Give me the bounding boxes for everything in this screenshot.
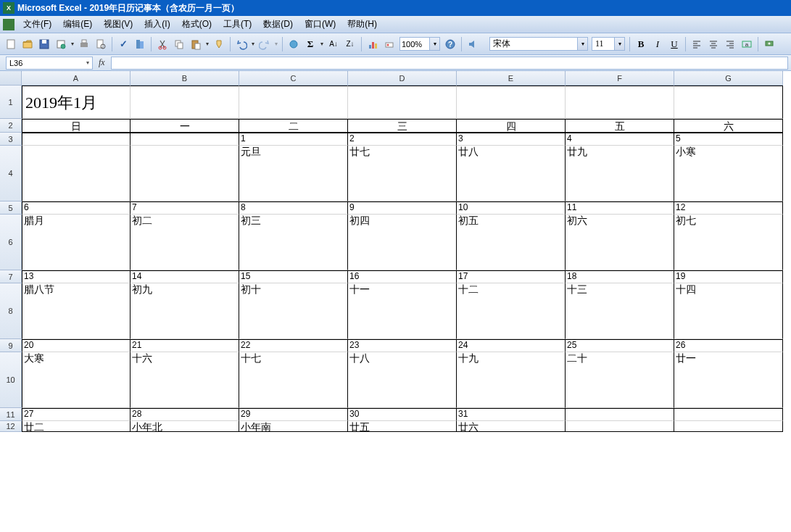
day-lunar[interactable]: 十三 xyxy=(566,283,674,339)
col-header-E[interactable]: E xyxy=(457,71,566,86)
font-size-input[interactable] xyxy=(592,38,614,49)
day-lunar[interactable]: 二十 xyxy=(566,352,674,408)
align-right-button[interactable] xyxy=(722,36,738,52)
day-lunar[interactable]: 十八 xyxy=(348,352,457,408)
menu-help[interactable]: 帮助(H) xyxy=(341,17,383,32)
day-lunar[interactable]: 初九 xyxy=(131,283,239,339)
menu-format[interactable]: 格式(O) xyxy=(176,17,218,32)
autosum-button[interactable]: Σ xyxy=(302,36,318,52)
row-header-8[interactable]: 8 xyxy=(0,283,22,339)
menu-tools[interactable]: 工具(T) xyxy=(218,17,257,32)
day-lunar[interactable]: 大寒 xyxy=(22,352,131,408)
day-lunar[interactable]: 小寒 xyxy=(674,146,783,201)
sort-desc-button[interactable]: Z↓ xyxy=(342,36,358,52)
col-header-A[interactable]: A xyxy=(22,71,131,86)
cell[interactable] xyxy=(131,86,239,119)
day-lunar[interactable]: 十六 xyxy=(131,352,239,408)
autosum-dd[interactable]: ▾ xyxy=(319,41,325,47)
select-all-corner[interactable] xyxy=(0,71,22,86)
drawing-button[interactable] xyxy=(381,36,397,52)
row-header-7[interactable]: 7 xyxy=(0,270,22,283)
day-lunar[interactable]: 初六 xyxy=(566,215,674,270)
day-lunar[interactable]: 腊月 xyxy=(22,215,131,270)
row-header-11[interactable]: 11 xyxy=(0,408,22,421)
merge-center-button[interactable]: a xyxy=(739,36,755,52)
cell[interactable] xyxy=(239,86,348,119)
currency-button[interactable] xyxy=(761,36,777,52)
zoom-input[interactable] xyxy=(400,40,429,49)
permission-button[interactable] xyxy=(53,36,69,52)
row-header-5[interactable]: 5 xyxy=(0,201,22,215)
redo-dd[interactable]: ▾ xyxy=(273,41,279,47)
day-lunar[interactable]: 廿九 xyxy=(566,146,674,201)
formula-bar[interactable] xyxy=(111,57,788,70)
format-painter-button[interactable] xyxy=(211,36,227,52)
grid[interactable]: ABCDEFG12019年1月2日一二三四五六3123454元旦廿七廿八廿九小寒… xyxy=(0,71,791,432)
align-left-button[interactable] xyxy=(689,36,705,52)
font-name-dd[interactable]: ▾ xyxy=(577,38,587,50)
font-size-dd[interactable]: ▾ xyxy=(614,38,624,50)
menu-insert[interactable]: 插入(I) xyxy=(138,17,175,32)
day-lunar[interactable]: 初五 xyxy=(457,215,566,270)
col-header-D[interactable]: D xyxy=(348,71,457,86)
paste-dd[interactable]: ▾ xyxy=(204,41,210,47)
cell[interactable] xyxy=(348,86,457,119)
day-lunar[interactable]: 元旦 xyxy=(239,146,348,201)
day-lunar[interactable]: 初二 xyxy=(131,215,239,270)
zoom-combo[interactable]: ▾ xyxy=(399,37,440,51)
day-lunar[interactable]: 小年北 xyxy=(131,421,239,432)
fx-label[interactable]: fx xyxy=(93,57,111,68)
menu-view[interactable]: 视图(V) xyxy=(98,17,138,32)
undo-button[interactable] xyxy=(233,36,249,52)
hyperlink-button[interactable] xyxy=(286,36,302,52)
cell[interactable] xyxy=(674,86,783,119)
day-lunar[interactable] xyxy=(566,421,674,432)
col-header-G[interactable]: G xyxy=(674,71,783,86)
day-lunar[interactable]: 廿五 xyxy=(348,421,457,432)
day-lunar[interactable]: 腊八节 xyxy=(22,283,131,339)
day-lunar[interactable]: 十一 xyxy=(348,283,457,339)
day-lunar[interactable] xyxy=(22,146,131,201)
zoom-dd[interactable]: ▾ xyxy=(429,38,439,50)
row-header-3[interactable]: 3 xyxy=(0,133,22,146)
day-lunar[interactable]: 廿一 xyxy=(674,352,783,408)
cell[interactable] xyxy=(566,86,674,119)
paste-button[interactable] xyxy=(188,36,204,52)
col-header-C[interactable]: C xyxy=(239,71,348,86)
copy-button[interactable] xyxy=(171,36,187,52)
day-lunar[interactable]: 廿六 xyxy=(457,421,566,432)
help-button[interactable]: ? xyxy=(442,36,458,52)
day-lunar[interactable]: 十四 xyxy=(674,283,783,339)
day-lunar[interactable]: 初四 xyxy=(348,215,457,270)
cell[interactable] xyxy=(457,86,566,119)
menu-edit[interactable]: 编辑(E) xyxy=(57,17,98,32)
day-lunar[interactable]: 十二 xyxy=(457,283,566,339)
day-lunar[interactable]: 廿二 xyxy=(22,421,131,432)
day-lunar[interactable]: 廿七 xyxy=(348,146,457,201)
align-center-button[interactable] xyxy=(705,36,721,52)
day-lunar[interactable]: 初十 xyxy=(239,283,348,339)
name-box-dd[interactable]: ▾ xyxy=(86,59,89,66)
day-lunar[interactable] xyxy=(674,421,783,432)
day-lunar[interactable]: 十七 xyxy=(239,352,348,408)
day-lunar[interactable]: 廿八 xyxy=(457,146,566,201)
spelling-button[interactable]: ✓ xyxy=(115,36,131,52)
font-size-combo[interactable]: ▾ xyxy=(592,37,625,51)
day-lunar[interactable] xyxy=(131,146,239,201)
day-lunar[interactable]: 初三 xyxy=(239,215,348,270)
readaloud-button[interactable] xyxy=(465,36,481,52)
print-button[interactable] xyxy=(76,36,92,52)
row-header-10[interactable]: 10 xyxy=(0,352,22,408)
print-preview-button[interactable] xyxy=(93,36,109,52)
name-box[interactable]: L36 ▾ xyxy=(6,57,93,70)
open-button[interactable] xyxy=(20,36,36,52)
row-header-6[interactable]: 6 xyxy=(0,215,22,270)
font-name-combo[interactable]: ▾ xyxy=(489,37,588,51)
menu-window[interactable]: 窗口(W) xyxy=(299,17,341,32)
row-header-2[interactable]: 2 xyxy=(0,119,22,133)
row-header-12[interactable]: 12 xyxy=(0,421,22,432)
font-name-input[interactable] xyxy=(490,38,577,49)
day-lunar[interactable]: 十九 xyxy=(457,352,566,408)
redo-button[interactable] xyxy=(257,36,273,52)
research-button[interactable] xyxy=(132,36,148,52)
